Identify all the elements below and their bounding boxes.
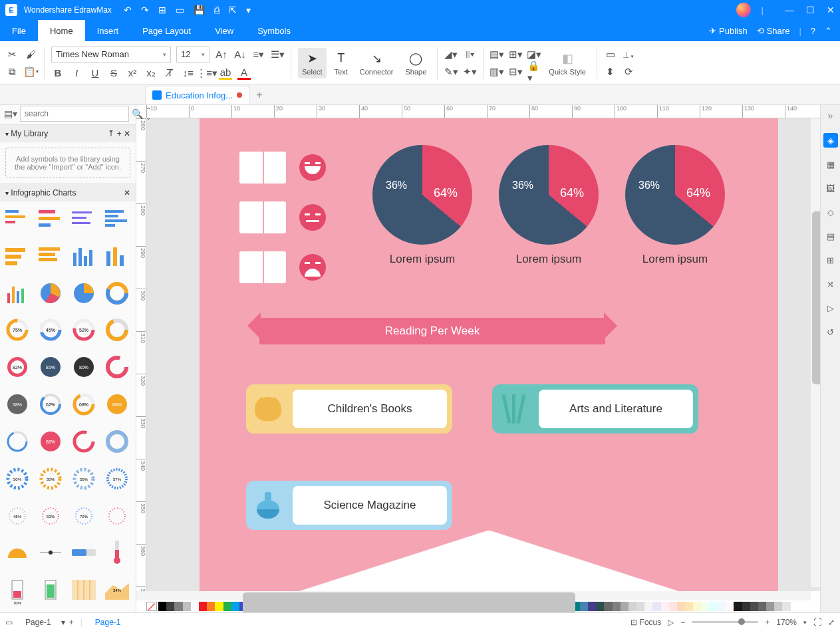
clear-format-icon[interactable]: T̸	[163, 66, 176, 80]
strikethrough-icon[interactable]: S	[107, 66, 120, 80]
group-icon[interactable]: ⊞▾	[509, 48, 522, 61]
color-swatch[interactable]	[629, 602, 636, 611]
quick-style-tool[interactable]: ◧Quick Style	[545, 48, 590, 78]
thumb-pie2[interactable]	[70, 280, 97, 307]
thumb-donut4[interactable]: 52%	[70, 316, 97, 343]
format-painter-icon[interactable]: 🖌	[24, 48, 37, 61]
pie-chart-2[interactable]: 36% 64%	[499, 145, 599, 245]
color-swatch[interactable]	[677, 602, 685, 611]
save-icon[interactable]: 💾	[194, 5, 205, 15]
neutral-face-icon[interactable]	[299, 204, 326, 231]
effects-icon[interactable]: ✦▾	[463, 65, 476, 78]
thumb-donut2[interactable]: 75%	[4, 316, 31, 343]
thumb-donut1[interactable]	[104, 280, 130, 307]
increase-font-icon[interactable]: A↑	[215, 48, 228, 61]
present-panel-icon[interactable]: ▷	[823, 301, 838, 315]
history-panel-icon[interactable]: ↺	[823, 324, 838, 339]
add-icon[interactable]: +	[117, 129, 122, 138]
no-fill-swatch[interactable]	[146, 602, 157, 611]
library-scroll-icon[interactable]: ⌃⌄	[146, 106, 151, 121]
section-banner[interactable]: Reading Per Week	[259, 318, 605, 344]
thumb-donut5[interactable]	[104, 316, 130, 343]
open-icon[interactable]: ▭	[176, 5, 184, 15]
color-swatch[interactable]	[726, 602, 734, 611]
color-swatch[interactable]	[652, 602, 660, 611]
color-swatch[interactable]	[693, 602, 701, 611]
thumb-barv3[interactable]	[4, 280, 31, 307]
publish-button[interactable]: ✈ Publish	[709, 26, 748, 36]
thumb-gauge8[interactable]: 68%	[104, 391, 130, 418]
tab-file[interactable]: File	[0, 20, 38, 41]
print-icon[interactable]: ⎙	[214, 5, 219, 15]
thumb-battery1[interactable]: 70%	[4, 576, 31, 603]
thumb-barh2[interactable]	[37, 205, 64, 232]
add-page-button[interactable]: +	[69, 618, 74, 627]
thumb-seg4[interactable]: 57%	[104, 465, 130, 492]
tab-symbols[interactable]: Symbols	[245, 20, 303, 41]
thumb-slider1[interactable]	[37, 539, 64, 566]
tab-insert[interactable]: Insert	[85, 20, 131, 41]
thumb-grid1[interactable]	[70, 576, 97, 603]
thumb-thermo1[interactable]	[104, 539, 130, 566]
document-tab[interactable]: Education Infog...	[145, 86, 249, 104]
maximize-button[interactable]: ☐	[806, 5, 815, 15]
grid-panel-icon[interactable]: ▦	[823, 157, 838, 172]
underline-icon[interactable]: U	[88, 66, 102, 80]
export-icon[interactable]: ⇱	[229, 5, 237, 15]
thumb-semi1[interactable]	[4, 539, 31, 566]
search-icon[interactable]: 🔍	[132, 108, 143, 119]
play-button[interactable]: ▷	[668, 618, 674, 627]
color-swatch[interactable]	[734, 602, 742, 611]
undo-icon[interactable]: ↶	[124, 5, 132, 15]
superscript-icon[interactable]: x²	[126, 66, 139, 80]
crop-icon[interactable]: ⟂▾	[623, 48, 636, 61]
lock-icon[interactable]: 🔒▾	[527, 65, 541, 78]
thumb-donut3[interactable]: 45%	[37, 316, 64, 343]
shuffle-panel-icon[interactable]: ⤨	[823, 277, 838, 291]
page-panel-icon[interactable]: ▤	[823, 229, 838, 243]
thumb-gauge5[interactable]: 38%	[4, 391, 31, 418]
subscript-icon[interactable]: x₂	[144, 66, 158, 80]
color-swatch[interactable]	[604, 602, 612, 611]
shape-tool[interactable]: ◯Shape	[402, 48, 431, 78]
pie-chart-3[interactable]: 36% 64%	[625, 145, 725, 245]
book-icon[interactable]	[239, 152, 286, 184]
copy-icon[interactable]: ⧉	[5, 65, 19, 78]
cut-icon[interactable]: ✂	[5, 48, 19, 61]
color-swatch[interactable]	[661, 602, 669, 611]
color-swatch[interactable]	[166, 602, 174, 611]
thumb-barv2[interactable]	[104, 243, 130, 269]
thumb-seg1[interactable]: 50%	[4, 465, 31, 492]
user-avatar[interactable]	[736, 3, 751, 17]
qat-more-icon[interactable]: ▾	[246, 5, 251, 15]
component-panel-icon[interactable]: ⊞	[823, 253, 838, 267]
italic-icon[interactable]: I	[70, 66, 83, 80]
zoom-dropdown-icon[interactable]: ▾	[803, 619, 807, 626]
canvas[interactable]: 36% 64% Lorem ipsum 36% 64% Lorem ipsum	[146, 118, 840, 591]
share-button[interactable]: ⟲ Share	[757, 26, 790, 36]
color-swatch[interactable]	[702, 602, 710, 611]
color-swatch[interactable]	[758, 602, 766, 611]
close-section-icon[interactable]: ✕	[124, 129, 130, 138]
thumb-dot2[interactable]: 53%	[37, 503, 64, 529]
color-swatch[interactable]	[191, 602, 199, 611]
card-arts-literature[interactable]: Arts and Literature	[492, 384, 698, 434]
line-spacing-icon[interactable]: ↕≡	[182, 66, 195, 80]
ungroup-icon[interactable]: ⊟▾	[509, 65, 522, 78]
sad-face-icon[interactable]	[299, 254, 326, 281]
thumb-seg2[interactable]: 50%	[37, 465, 64, 492]
font-size-select[interactable]: 12▾	[176, 47, 210, 63]
thumb-barh1[interactable]	[4, 205, 31, 232]
color-swatch[interactable]	[750, 602, 758, 611]
color-swatch[interactable]	[588, 602, 596, 611]
align-dropdown-icon[interactable]: ≡▾	[252, 48, 265, 61]
close-button[interactable]: ✕	[827, 5, 835, 15]
layers-panel-icon[interactable]: ◇	[823, 205, 838, 219]
font-family-select[interactable]: Times New Roman▾	[51, 47, 171, 63]
decrease-font-icon[interactable]: A↓	[233, 48, 247, 61]
thumb-barv1[interactable]	[70, 243, 97, 269]
color-swatch[interactable]	[710, 602, 718, 611]
image-panel-icon[interactable]: 🖼	[823, 181, 838, 195]
thumb-ring2[interactable]: 88%	[37, 428, 64, 455]
thumb-barh4[interactable]	[104, 205, 130, 232]
